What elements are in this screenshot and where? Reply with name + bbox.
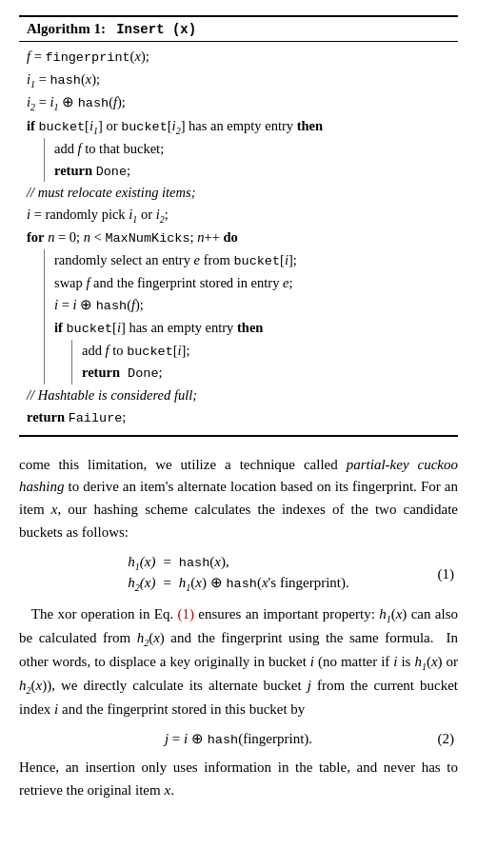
eq1-row1-eq: = xyxy=(159,553,174,573)
eq1-row2: h2(x) = h1(x) ⊕ hash(x's fingerprint). xyxy=(124,573,353,594)
algo-line-6b: swap f and the fingerprint stored in ent… xyxy=(54,272,297,293)
algo-line-5: i = randomly pick i1 or i2; xyxy=(27,204,450,227)
algorithm-box: Algorithm 1: Insert (x) f = fingerprint(… xyxy=(19,15,458,437)
algo-line-6a: randomly select an entry e from bucket[i… xyxy=(54,249,297,272)
algorithm-label: Algorithm 1: xyxy=(27,21,106,36)
algo-comment-2: // Hashtable is considered full; xyxy=(27,385,450,405)
algo-line-4a: add f to that bucket; xyxy=(54,138,164,159)
algo-line-6-if-b: return Done; xyxy=(82,362,189,385)
equation-2-content: j = i ⊕ hash(fingerprint). xyxy=(165,730,312,747)
algo-line-6c: i = i ⊕ hash(f); xyxy=(54,294,297,317)
algo-line-6-if-a: add f to bucket[i]; xyxy=(82,340,189,363)
eq1-row2-rhs: h1(x) ⊕ hash(x's fingerprint). xyxy=(175,573,353,594)
algo-if-block-1: add f to that bucket; return Done; xyxy=(27,138,450,182)
eq1-number: (1) xyxy=(438,565,455,582)
algorithm-title: Algorithm 1: Insert (x) xyxy=(19,17,458,42)
algo-line-4b: return Done; xyxy=(54,160,164,183)
algorithm-function-name: Insert (x) xyxy=(116,22,196,37)
algo-for-block: randomly select an entry e from bucket[i… xyxy=(27,249,450,385)
algo-comment-1: // must relocate existing items; xyxy=(27,182,450,203)
algo-line-3: i2 = i1 ⊕ hash(f); xyxy=(27,91,450,114)
algo-line-4-if: if bucket[i1] or bucket[i2] has an empty… xyxy=(27,115,450,138)
equation-2-wrapper: j = i ⊕ hash(fingerprint). (2) xyxy=(19,730,458,747)
eq2-number: (2) xyxy=(438,731,455,747)
eq1-row1: h1(x) = hash(x), xyxy=(124,553,353,573)
algo-line-6-if: if bucket[i] has an empty entry then xyxy=(54,317,297,340)
eq1-row1-rhs: hash(x), xyxy=(175,553,353,573)
prose-paragraph-2: The xor operation in Eq. (1) ensures an … xyxy=(19,603,458,720)
algo-line-1: f = fingerprint(x); xyxy=(27,46,450,69)
algo-line-2: i1 = hash(x); xyxy=(27,69,450,91)
prose-paragraph-1: come this limitation, we utilize a techn… xyxy=(19,454,458,544)
eq1-row1-lhs: h1(x) xyxy=(124,553,159,573)
equation-1-wrapper: h1(x) = hash(x), h2(x) = h1(x) ⊕ hash(x'… xyxy=(19,553,458,594)
eq1-row2-lhs: h2(x) xyxy=(124,573,159,594)
algorithm-body: f = fingerprint(x); i1 = hash(x); i2 = i… xyxy=(19,42,458,435)
equation-1-table: h1(x) = hash(x), h2(x) = h1(x) ⊕ hash(x'… xyxy=(124,553,353,594)
algo-line-return: return Failure; xyxy=(27,406,450,429)
algo-line-for: for n = 0; n < MaxNumKicks; n++ do xyxy=(27,227,450,249)
prose-paragraph-3: Hence, an insertion only uses informatio… xyxy=(19,757,458,801)
algo-if-block-2: add f to bucket[i]; return Done; xyxy=(54,340,297,385)
eq1-row2-eq: = xyxy=(159,573,174,594)
